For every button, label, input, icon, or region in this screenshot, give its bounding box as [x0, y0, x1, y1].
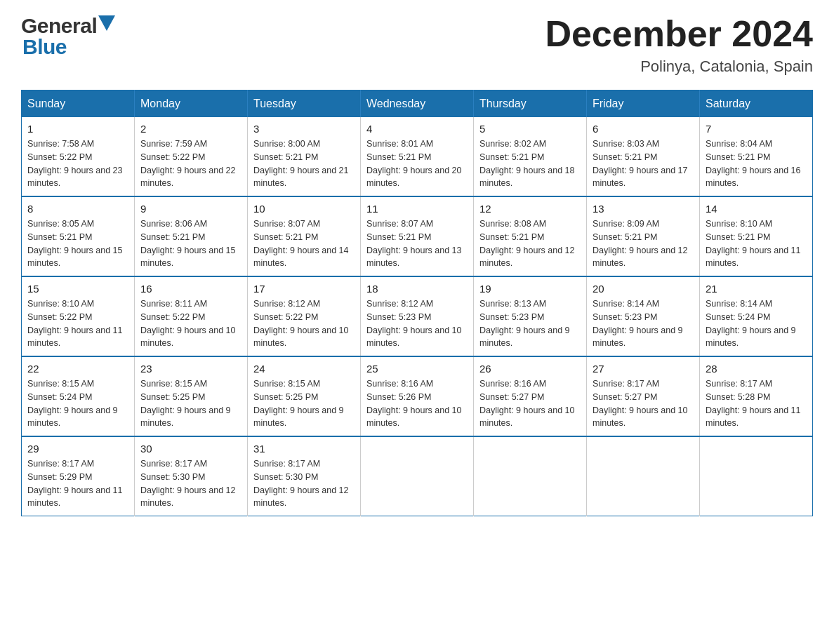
day-number: 19	[479, 283, 581, 295]
calendar-day-cell: 25 Sunrise: 8:16 AM Sunset: 5:26 PM Dayl…	[361, 356, 474, 436]
calendar-day-cell: 4 Sunrise: 8:01 AM Sunset: 5:21 PM Dayli…	[361, 117, 474, 196]
day-of-week-header: Saturday	[700, 90, 813, 118]
calendar-day-cell: 14 Sunrise: 8:10 AM Sunset: 5:21 PM Dayl…	[700, 196, 813, 276]
day-info: Sunrise: 8:17 AM Sunset: 5:29 PM Dayligh…	[27, 457, 128, 510]
day-number: 21	[706, 283, 807, 295]
calendar-week-row: 29 Sunrise: 8:17 AM Sunset: 5:29 PM Dayl…	[22, 436, 813, 516]
day-number: 18	[366, 283, 468, 295]
calendar-day-cell: 9 Sunrise: 8:06 AM Sunset: 5:21 PM Dayli…	[135, 196, 248, 276]
day-info: Sunrise: 8:14 AM Sunset: 5:23 PM Dayligh…	[593, 297, 694, 350]
day-number: 13	[593, 203, 694, 215]
day-number: 6	[593, 123, 694, 135]
day-info: Sunrise: 8:15 AM Sunset: 5:25 PM Dayligh…	[140, 377, 241, 430]
logo: General Blue	[21, 14, 115, 59]
day-info: Sunrise: 7:58 AM Sunset: 5:22 PM Dayligh…	[27, 137, 128, 190]
day-info: Sunrise: 8:12 AM Sunset: 5:23 PM Dayligh…	[366, 297, 468, 350]
day-info: Sunrise: 8:17 AM Sunset: 5:30 PM Dayligh…	[253, 457, 355, 510]
day-number: 24	[253, 363, 355, 375]
day-info: Sunrise: 8:01 AM Sunset: 5:21 PM Dayligh…	[366, 137, 468, 190]
calendar-day-cell: 5 Sunrise: 8:02 AM Sunset: 5:21 PM Dayli…	[474, 117, 587, 196]
calendar-day-cell	[700, 436, 813, 516]
day-info: Sunrise: 8:15 AM Sunset: 5:25 PM Dayligh…	[253, 377, 355, 430]
day-info: Sunrise: 8:13 AM Sunset: 5:23 PM Dayligh…	[479, 297, 581, 350]
calendar-day-cell	[587, 436, 700, 516]
day-number: 3	[253, 123, 355, 135]
day-of-week-header: Thursday	[474, 90, 587, 118]
day-info: Sunrise: 8:03 AM Sunset: 5:21 PM Dayligh…	[593, 137, 694, 190]
day-number: 12	[479, 203, 581, 215]
calendar-week-row: 8 Sunrise: 8:05 AM Sunset: 5:21 PM Dayli…	[22, 196, 813, 276]
calendar-day-cell: 15 Sunrise: 8:10 AM Sunset: 5:22 PM Dayl…	[22, 276, 135, 356]
day-number: 26	[479, 363, 581, 375]
day-number: 16	[140, 283, 241, 295]
logo-triangle-icon	[98, 15, 115, 31]
day-info: Sunrise: 8:11 AM Sunset: 5:22 PM Dayligh…	[140, 297, 241, 350]
day-number: 31	[253, 443, 355, 455]
calendar-day-cell: 1 Sunrise: 7:58 AM Sunset: 5:22 PM Dayli…	[22, 117, 135, 196]
day-info: Sunrise: 8:06 AM Sunset: 5:21 PM Dayligh…	[140, 217, 241, 270]
day-info: Sunrise: 7:59 AM Sunset: 5:22 PM Dayligh…	[140, 137, 241, 190]
day-number: 4	[366, 123, 468, 135]
calendar-day-cell: 16 Sunrise: 8:11 AM Sunset: 5:22 PM Dayl…	[135, 276, 248, 356]
calendar-day-cell: 11 Sunrise: 8:07 AM Sunset: 5:21 PM Dayl…	[361, 196, 474, 276]
day-info: Sunrise: 8:17 AM Sunset: 5:28 PM Dayligh…	[706, 377, 807, 430]
day-info: Sunrise: 8:16 AM Sunset: 5:26 PM Dayligh…	[366, 377, 468, 430]
day-info: Sunrise: 8:17 AM Sunset: 5:30 PM Dayligh…	[140, 457, 241, 510]
day-number: 7	[706, 123, 807, 135]
day-number: 27	[593, 363, 694, 375]
day-number: 28	[706, 363, 807, 375]
location-text: Polinya, Catalonia, Spain	[545, 58, 813, 76]
calendar-day-cell: 29 Sunrise: 8:17 AM Sunset: 5:29 PM Dayl…	[22, 436, 135, 516]
day-info: Sunrise: 8:04 AM Sunset: 5:21 PM Dayligh…	[706, 137, 807, 190]
day-info: Sunrise: 8:00 AM Sunset: 5:21 PM Dayligh…	[253, 137, 355, 190]
day-number: 23	[140, 363, 241, 375]
calendar-day-cell: 24 Sunrise: 8:15 AM Sunset: 5:25 PM Dayl…	[248, 356, 361, 436]
day-info: Sunrise: 8:07 AM Sunset: 5:21 PM Dayligh…	[366, 217, 468, 270]
calendar-day-cell: 13 Sunrise: 8:09 AM Sunset: 5:21 PM Dayl…	[587, 196, 700, 276]
calendar-day-cell: 19 Sunrise: 8:13 AM Sunset: 5:23 PM Dayl…	[474, 276, 587, 356]
calendar-day-cell: 17 Sunrise: 8:12 AM Sunset: 5:22 PM Dayl…	[248, 276, 361, 356]
calendar-day-cell: 27 Sunrise: 8:17 AM Sunset: 5:27 PM Dayl…	[587, 356, 700, 436]
calendar-day-cell	[474, 436, 587, 516]
calendar-day-cell: 26 Sunrise: 8:16 AM Sunset: 5:27 PM Dayl…	[474, 356, 587, 436]
calendar-day-cell: 12 Sunrise: 8:08 AM Sunset: 5:21 PM Dayl…	[474, 196, 587, 276]
calendar-day-cell: 31 Sunrise: 8:17 AM Sunset: 5:30 PM Dayl…	[248, 436, 361, 516]
day-info: Sunrise: 8:16 AM Sunset: 5:27 PM Dayligh…	[479, 377, 581, 430]
day-number: 17	[253, 283, 355, 295]
day-number: 5	[479, 123, 581, 135]
calendar-table: SundayMondayTuesdayWednesdayThursdayFrid…	[21, 90, 813, 516]
day-of-week-header: Wednesday	[361, 90, 474, 118]
day-info: Sunrise: 8:08 AM Sunset: 5:21 PM Dayligh…	[479, 217, 581, 270]
calendar-day-cell: 7 Sunrise: 8:04 AM Sunset: 5:21 PM Dayli…	[700, 117, 813, 196]
day-info: Sunrise: 8:05 AM Sunset: 5:21 PM Dayligh…	[27, 217, 128, 270]
day-info: Sunrise: 8:10 AM Sunset: 5:22 PM Dayligh…	[27, 297, 128, 350]
calendar-day-cell: 10 Sunrise: 8:07 AM Sunset: 5:21 PM Dayl…	[248, 196, 361, 276]
day-info: Sunrise: 8:07 AM Sunset: 5:21 PM Dayligh…	[253, 217, 355, 270]
day-info: Sunrise: 8:02 AM Sunset: 5:21 PM Dayligh…	[479, 137, 581, 190]
calendar-day-cell: 2 Sunrise: 7:59 AM Sunset: 5:22 PM Dayli…	[135, 117, 248, 196]
day-info: Sunrise: 8:09 AM Sunset: 5:21 PM Dayligh…	[593, 217, 694, 270]
calendar-day-cell: 6 Sunrise: 8:03 AM Sunset: 5:21 PM Dayli…	[587, 117, 700, 196]
title-block: December 2024 Polinya, Catalonia, Spain	[545, 14, 813, 76]
day-number: 30	[140, 443, 241, 455]
day-number: 11	[366, 203, 468, 215]
calendar-week-row: 1 Sunrise: 7:58 AM Sunset: 5:22 PM Dayli…	[22, 117, 813, 196]
calendar-day-cell: 18 Sunrise: 8:12 AM Sunset: 5:23 PM Dayl…	[361, 276, 474, 356]
svg-marker-0	[98, 15, 115, 31]
calendar-day-cell: 3 Sunrise: 8:00 AM Sunset: 5:21 PM Dayli…	[248, 117, 361, 196]
day-number: 25	[366, 363, 468, 375]
calendar-day-cell: 20 Sunrise: 8:14 AM Sunset: 5:23 PM Dayl…	[587, 276, 700, 356]
day-number: 8	[27, 203, 128, 215]
day-info: Sunrise: 8:12 AM Sunset: 5:22 PM Dayligh…	[253, 297, 355, 350]
day-number: 9	[140, 203, 241, 215]
day-number: 14	[706, 203, 807, 215]
logo-general-text: General	[21, 14, 97, 38]
day-number: 29	[27, 443, 128, 455]
day-of-week-header: Sunday	[22, 90, 135, 118]
calendar-day-cell: 21 Sunrise: 8:14 AM Sunset: 5:24 PM Dayl…	[700, 276, 813, 356]
calendar-day-cell	[361, 436, 474, 516]
day-number: 1	[27, 123, 128, 135]
day-info: Sunrise: 8:14 AM Sunset: 5:24 PM Dayligh…	[706, 297, 807, 350]
page-header: General Blue December 2024 Polinya, Cata…	[21, 14, 813, 76]
day-of-week-header: Friday	[587, 90, 700, 118]
